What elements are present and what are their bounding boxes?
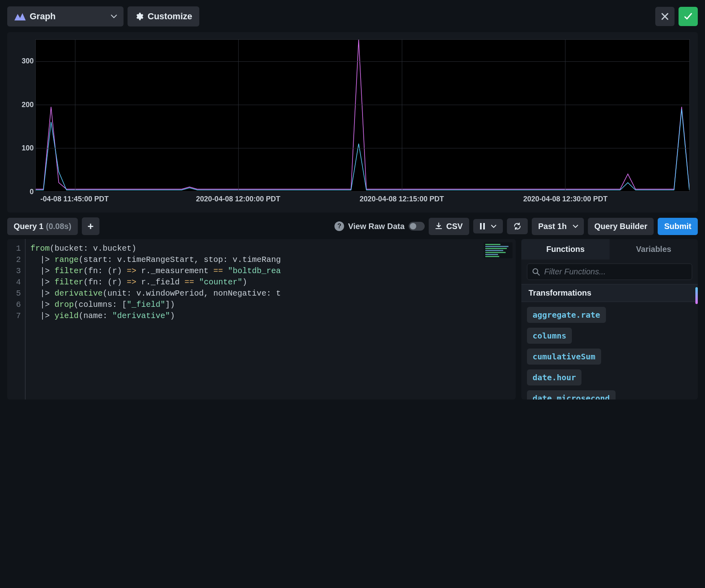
submit-label: Submit: [664, 222, 691, 231]
visualization-type-label: Graph: [30, 11, 56, 22]
scroll-indicator[interactable]: [695, 287, 698, 304]
function-item[interactable]: columns: [527, 328, 572, 344]
view-raw-data-toggle-group: ? View Raw Data: [334, 221, 425, 231]
top-toolbar: Graph Customize: [7, 6, 698, 26]
function-search[interactable]: [527, 264, 692, 280]
svg-rect-3: [483, 223, 485, 229]
customize-button[interactable]: Customize: [128, 6, 199, 26]
tab-functions[interactable]: Functions: [521, 239, 610, 260]
code-line: |> derivative(unit: v.windowPeriod, nonN…: [30, 288, 511, 299]
tab-variables[interactable]: Variables: [610, 239, 698, 260]
refresh-button[interactable]: [507, 218, 528, 234]
search-icon: [532, 268, 540, 276]
function-section-header: Transformations: [521, 284, 698, 302]
query-tab-name: Query 1: [14, 222, 43, 231]
chevron-down-icon: [111, 14, 117, 18]
function-item[interactable]: date.hour: [527, 369, 581, 385]
function-list: aggregate.ratecolumnscumulativeSumdate.h…: [521, 302, 698, 399]
y-axis: 0100200300: [15, 39, 35, 192]
view-raw-label: View Raw Data: [348, 222, 405, 231]
pause-icon: [480, 223, 485, 229]
chart-panel: 0100200300 -04-08 11:45:00 PDT2020-04-08…: [7, 32, 698, 213]
pause-dropdown-button[interactable]: [473, 219, 503, 233]
chevron-down-icon: [491, 225, 496, 228]
chevron-down-icon: [573, 225, 578, 228]
minimap[interactable]: [484, 242, 513, 258]
x-tick-label: -04-08 11:45:00 PDT: [41, 195, 109, 203]
query-tab-duration: (0.08s): [46, 222, 71, 231]
view-raw-toggle[interactable]: [409, 222, 425, 231]
y-tick-label: 200: [22, 100, 34, 109]
query-builder-button[interactable]: Query Builder: [588, 218, 654, 235]
confirm-button[interactable]: [679, 7, 698, 26]
y-tick-label: 0: [30, 188, 34, 196]
x-tick-label: 2020-04-08 12:15:00 PDT: [360, 195, 444, 203]
code-line: from(bucket: v.bucket): [30, 243, 511, 254]
x-tick-label: 2020-04-08 12:00:00 PDT: [196, 195, 280, 203]
x-axis: -04-08 11:45:00 PDT2020-04-08 12:00:00 P…: [35, 195, 690, 205]
download-icon: [435, 223, 442, 230]
svg-rect-2: [480, 223, 482, 229]
gear-icon: [135, 12, 144, 21]
code-line: |> yield(name: "derivative"): [30, 310, 511, 322]
submit-button[interactable]: Submit: [658, 218, 698, 235]
function-item[interactable]: aggregate.rate: [527, 307, 606, 323]
mountain-icon: [14, 12, 26, 20]
query-builder-label: Query Builder: [594, 222, 647, 231]
time-range-dropdown[interactable]: Past 1h: [532, 218, 584, 235]
csv-label: CSV: [446, 222, 463, 231]
add-query-button[interactable]: +: [82, 217, 99, 235]
code-editor[interactable]: 1234567 from(bucket: v.bucket) |> range(…: [7, 239, 516, 399]
time-range-label: Past 1h: [538, 222, 567, 231]
customize-label: Customize: [148, 11, 192, 22]
export-csv-button[interactable]: CSV: [429, 218, 469, 235]
chart-svg: [36, 40, 689, 191]
code-line: |> drop(columns: ["_field"]): [30, 299, 511, 310]
close-icon: [661, 12, 669, 20]
function-sidebar: Functions Variables Transformations aggr…: [521, 239, 698, 399]
code-area[interactable]: from(bucket: v.bucket) |> range(start: v…: [26, 239, 516, 399]
check-icon: [684, 12, 693, 21]
function-item[interactable]: date.microsecond: [527, 390, 616, 399]
refresh-icon: [513, 222, 521, 230]
close-button[interactable]: [655, 7, 675, 26]
chart-plot-area[interactable]: [35, 39, 690, 192]
svg-marker-1: [14, 13, 26, 20]
query-toolbar: Query 1 (0.08s) + ? View Raw Data CSV Pa…: [7, 217, 698, 235]
svg-point-4: [533, 269, 538, 274]
bottom-split: 1234567 from(bucket: v.bucket) |> range(…: [7, 239, 698, 399]
help-icon[interactable]: ?: [334, 221, 344, 231]
code-line: |> filter(fn: (r) => r._field == "counte…: [30, 277, 511, 288]
plus-icon: +: [87, 220, 93, 233]
query-tab[interactable]: Query 1 (0.08s): [7, 218, 78, 235]
sidebar-tabs: Functions Variables: [521, 239, 698, 260]
function-search-input[interactable]: [544, 267, 687, 276]
y-tick-label: 100: [22, 144, 34, 152]
x-tick-label: 2020-04-08 12:30:00 PDT: [523, 195, 608, 203]
code-line: |> range(start: v.timeRangeStart, stop: …: [30, 254, 511, 266]
code-line: |> filter(fn: (r) => r._measurement == "…: [30, 266, 511, 277]
y-tick-label: 300: [22, 57, 34, 65]
function-item[interactable]: cumulativeSum: [527, 349, 601, 365]
visualization-type-dropdown[interactable]: Graph: [7, 6, 124, 26]
line-gutter: 1234567: [7, 239, 26, 399]
